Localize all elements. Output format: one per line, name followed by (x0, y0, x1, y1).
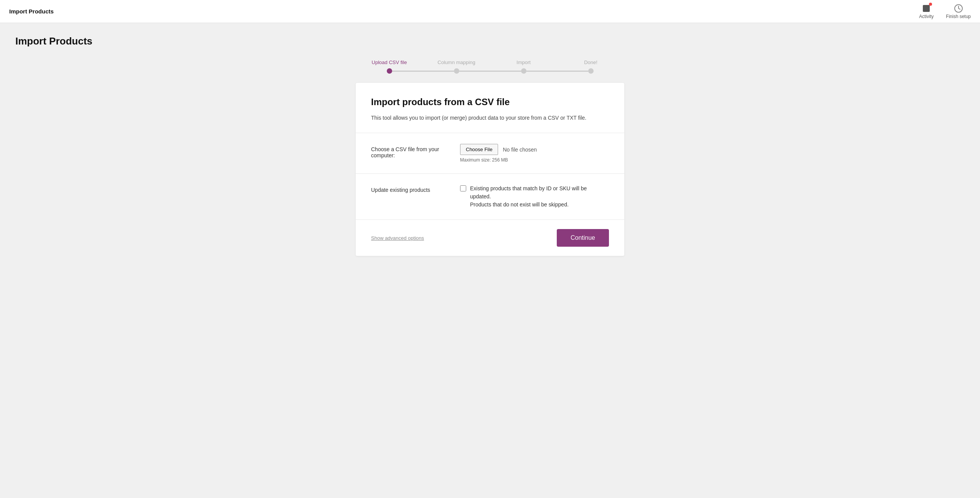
topbar-title: Import Products (9, 8, 54, 15)
update-products-section: Update existing products Existing produc… (356, 174, 624, 220)
update-products-checkbox[interactable] (460, 185, 466, 191)
step-3-line-right (526, 71, 558, 72)
step-3-line (490, 68, 557, 74)
update-label: Update existing products (371, 185, 448, 193)
show-advanced-button[interactable]: Show advanced options (371, 235, 424, 241)
page-title: Import Products (15, 35, 965, 47)
card-description: This tool allows you to import (or merge… (371, 114, 609, 122)
card-main-title: Import products from a CSV file (371, 97, 609, 107)
max-size-text: Maximum size: 256 MB (460, 157, 609, 163)
step-2-line (423, 68, 490, 74)
checkbox-text2: Products that do not exist will be skipp… (470, 201, 569, 208)
step-2-label: Column mapping (437, 59, 475, 65)
choose-file-button[interactable]: Choose File (460, 144, 498, 155)
step-1-label: Upload CSV file (372, 59, 407, 65)
card-header: Import products from a CSV file This too… (356, 83, 624, 133)
step-2-line-right (459, 71, 490, 72)
step-4: Done! (557, 59, 624, 74)
finish-setup-label: Finish setup (946, 14, 971, 19)
step-4-label: Done! (584, 59, 597, 65)
import-card: Import products from a CSV file This too… (356, 83, 624, 256)
activity-label: Activity (919, 14, 934, 19)
step-1-dot (387, 68, 392, 74)
step-4-dot (588, 68, 594, 74)
continue-button[interactable]: Continue (557, 229, 609, 247)
step-3: Import (490, 59, 557, 74)
step-2-line-left (423, 71, 454, 72)
step-2: Column mapping (423, 59, 490, 74)
checkbox-description: Existing products that match by ID or SK… (470, 185, 609, 209)
checkbox-row: Existing products that match by ID or SK… (460, 185, 609, 209)
activity-icon (922, 4, 931, 13)
step-3-dot (521, 68, 526, 74)
step-1-line (356, 68, 423, 74)
step-4-line-left (557, 71, 588, 72)
step-1: Upload CSV file (356, 59, 423, 74)
card-footer: Show advanced options Continue (356, 220, 624, 256)
step-3-label: Import (516, 59, 531, 65)
finish-setup-button[interactable]: Finish setup (946, 4, 971, 19)
stepper-container: Upload CSV file Column mapping Import (15, 59, 965, 74)
page-content: Import Products Upload CSV file Column m… (0, 23, 980, 268)
step-3-line-left (490, 71, 521, 72)
update-field: Existing products that match by ID or SK… (460, 185, 609, 209)
file-label: Choose a CSV file from your computer: (371, 144, 448, 158)
stepper: Upload CSV file Column mapping Import (356, 59, 624, 74)
finish-setup-icon (954, 4, 963, 13)
file-upload-section: Choose a CSV file from your computer: Ch… (356, 133, 624, 174)
file-field: Choose File No file chosen Maximum size:… (460, 144, 609, 163)
topbar-actions: Activity Finish setup (919, 4, 971, 19)
topbar: Import Products Activity Finish setup (0, 0, 980, 23)
step-2-dot (454, 68, 459, 74)
file-form-row: Choose a CSV file from your computer: Ch… (371, 144, 609, 163)
step-1-line-right (392, 71, 423, 72)
update-form-row: Update existing products Existing produc… (371, 185, 609, 209)
file-input-row: Choose File No file chosen (460, 144, 609, 155)
checkbox-text1: Existing products that match by ID or SK… (470, 185, 587, 200)
activity-button[interactable]: Activity (919, 4, 934, 19)
no-file-chosen-text: No file chosen (503, 147, 537, 153)
step-4-line (557, 68, 624, 74)
notification-badge (929, 3, 932, 6)
